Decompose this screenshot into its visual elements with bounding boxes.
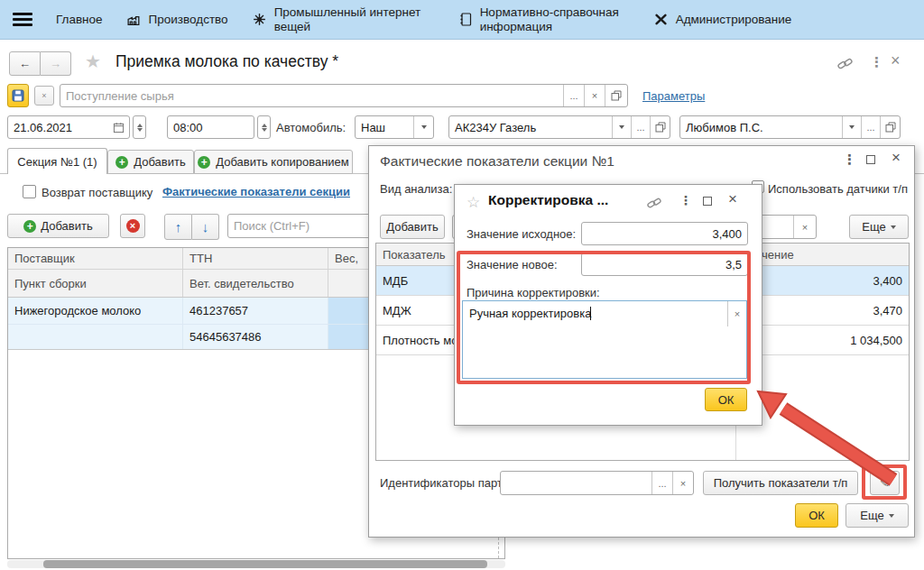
original-value-label: Значение исходное: [467, 227, 576, 241]
date-stepper[interactable] [133, 115, 146, 139]
history-nav: ← → [9, 51, 71, 76]
time-stepper[interactable] [257, 115, 271, 139]
maximize-icon[interactable] [866, 155, 875, 164]
more-vert-icon[interactable]: ⋮ [679, 193, 692, 207]
add-plus-icon: + [23, 220, 36, 233]
doc-clear-button[interactable]: × [34, 86, 54, 106]
menu-item-main[interactable]: Главное [56, 13, 103, 27]
link-icon[interactable] [647, 196, 661, 213]
correction-reason-label: Причина корректировки: [467, 286, 600, 299]
column-header[interactable]: Поставщик [8, 248, 183, 269]
parameters-link[interactable]: Параметры [642, 89, 705, 103]
analysis-type-label: Вид анализа: [380, 182, 452, 196]
doc-reference-input[interactable] [60, 89, 563, 103]
close-icon[interactable]: × [892, 149, 901, 167]
menu-item-label: Промышленный интернет вещей [274, 5, 435, 33]
more-vert-icon[interactable]: ⋮ [843, 152, 856, 168]
menu-item-iot[interactable]: Промышленный интернет вещей [252, 5, 435, 33]
original-value-input[interactable] [582, 227, 747, 241]
menu-item-label: Производство [149, 13, 228, 27]
button-label: Добавить [386, 220, 438, 234]
add-row-button[interactable]: + Добавить [7, 214, 109, 238]
button-label: Еще [860, 509, 883, 522]
clear-button[interactable]: × [672, 472, 693, 494]
column-header[interactable]: Пункт сборки [8, 270, 183, 297]
ttn-cell[interactable]: 461237657 [183, 298, 328, 324]
batch-ids-label: Идентификаторы партий: [380, 476, 519, 490]
choose-button[interactable]: ... [563, 85, 584, 106]
clear-button[interactable]: × [727, 301, 746, 326]
correction-reason-textarea[interactable]: Ручная корректировка × [462, 300, 747, 379]
dots-icon: ... [569, 90, 578, 101]
dialog-more-bottom-button[interactable]: Еще [845, 503, 909, 528]
horizontal-scrollbar[interactable] [7, 560, 505, 568]
save-icon [12, 89, 24, 102]
dialog-title: Фактические показатели секции №1 [380, 153, 614, 170]
favorite-star-icon[interactable]: ☆ [467, 193, 480, 212]
maximize-icon[interactable] [703, 197, 712, 206]
button-label: Еще [862, 220, 885, 234]
choose-button[interactable]: ... [651, 472, 672, 494]
open-button[interactable] [605, 85, 627, 106]
clear-button[interactable]: × [793, 216, 816, 238]
edit-pencil-button[interactable]: ✎ [870, 471, 900, 495]
dropdown-icon[interactable] [612, 116, 631, 138]
dropdown-icon[interactable] [842, 116, 861, 138]
add-plus-icon: + [116, 156, 128, 169]
choose-button[interactable]: ... [861, 116, 880, 138]
get-indicators-button[interactable]: Получить показатели т/п [703, 471, 858, 495]
date-input[interactable] [8, 121, 107, 134]
supplier-cell[interactable] [8, 325, 183, 349]
open-button[interactable] [650, 116, 670, 138]
vehicle-own-select[interactable]: Наш [355, 115, 434, 139]
time-input[interactable] [168, 121, 254, 134]
tab-add-copy-section[interactable]: + Добавить копированием [194, 150, 353, 174]
clear-x-icon: × [802, 222, 808, 233]
menu-item-production[interactable]: Производство [126, 12, 228, 27]
pencil-icon: ✎ [880, 476, 890, 490]
ttn-cell[interactable]: 54645637486 [183, 325, 328, 349]
column-header[interactable]: ТТН [183, 248, 328, 269]
move-up-icon: ↑ [175, 219, 182, 234]
tab-label: Секция №1 (1) [17, 155, 97, 169]
supplier-cell[interactable]: Нижегородское молоко [8, 298, 183, 324]
save-button[interactable] [7, 84, 29, 107]
menu-item-administration[interactable]: Администрирование [653, 12, 792, 27]
clear-x-icon: × [735, 308, 740, 319]
section-indicators-link[interactable]: Фактические показатели секции [162, 185, 350, 198]
forward-button[interactable]: → [41, 51, 71, 76]
batch-ids-input[interactable] [501, 476, 651, 490]
dialog-ok-button[interactable]: ОК [795, 503, 838, 528]
move-up-button[interactable]: ↑ [164, 214, 192, 240]
date-field [7, 115, 130, 139]
calendar-icon[interactable] [107, 116, 129, 138]
open-icon [655, 122, 666, 133]
favorite-star-icon[interactable]: ★ [85, 51, 101, 72]
back-button[interactable]: ← [9, 51, 41, 76]
move-buttons: ↑ ↓ [164, 214, 219, 240]
iot-icon [252, 12, 267, 27]
choose-button[interactable]: ... [631, 116, 650, 138]
more-vert-icon[interactable]: ⋮ [870, 54, 883, 70]
clear-button[interactable]: × [584, 85, 605, 106]
close-icon[interactable]: × [728, 190, 737, 208]
new-value-input[interactable] [582, 258, 747, 271]
open-button[interactable] [880, 116, 900, 138]
tab-add-section[interactable]: + Добавить [107, 150, 194, 174]
clear-x-icon: × [592, 90, 597, 101]
menu-item-nsi[interactable]: Нормативно-справочная информация [458, 5, 630, 33]
correction-ok-button[interactable]: ОК [705, 388, 747, 411]
close-window-icon[interactable]: × [891, 51, 901, 70]
dialog-add-button[interactable]: Добавить [380, 215, 445, 239]
column-header[interactable]: Вет. свидетельство [183, 270, 328, 297]
doc-reference-field: ... × [60, 84, 628, 107]
scrollbar-thumb[interactable] [43, 560, 487, 568]
move-down-button[interactable]: ↓ [192, 214, 219, 240]
dropdown-icon[interactable] [413, 116, 433, 138]
tab-section-1[interactable]: Секция №1 (1) [7, 148, 107, 174]
dialog-more-button[interactable]: Еще [849, 215, 909, 239]
link-icon[interactable] [837, 56, 853, 74]
menu-icon[interactable] [13, 13, 32, 26]
return-to-supplier-checkbox[interactable] [23, 185, 36, 198]
delete-row-button[interactable]: × [120, 214, 145, 238]
